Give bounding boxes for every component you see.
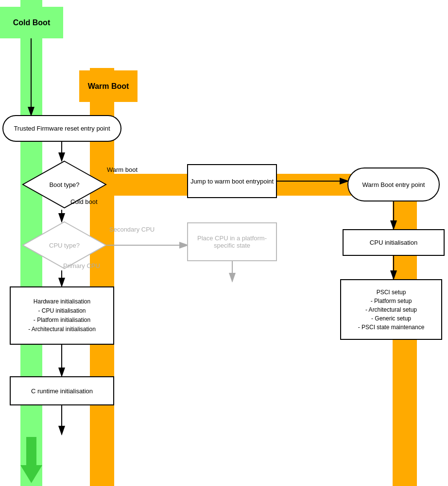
tf-entry-text: Trusted Firmware reset entry point xyxy=(14,125,110,132)
svg-marker-18 xyxy=(20,465,42,483)
warm-boot-text: Warm Boot xyxy=(88,82,129,91)
psci-line5: - PSCI state maintenance xyxy=(358,323,425,332)
cpu-init-box: CPU initialisation xyxy=(343,229,445,256)
psci-line2: - Platform setup xyxy=(358,297,425,305)
warm-boot-path-label: Warm boot xyxy=(107,166,138,173)
svg-marker-20 xyxy=(393,465,417,483)
svg-rect-19 xyxy=(399,437,410,466)
orange-down-arrow xyxy=(393,437,417,486)
cold-boot-label: Cold Boot xyxy=(0,7,63,38)
psci-line4: - Generic setup xyxy=(358,314,425,323)
secondary-cpu-label: Secondary CPU xyxy=(109,226,155,233)
psci-setup-box: PSCI setup - Platform setup - Architectu… xyxy=(340,279,442,340)
green-down-arrow xyxy=(20,437,42,486)
tf-entry-ellipse: Trusted Firmware reset entry point xyxy=(2,115,121,142)
c-runtime-box: C runtime initialisation xyxy=(10,376,114,405)
hw-line4: - Architectural initialisation xyxy=(28,325,96,334)
diagram: Cold Boot Warm Boot xyxy=(0,0,448,486)
warm-boot-label: Warm Boot xyxy=(79,70,138,102)
primary-cpu-label: Primary CPU xyxy=(63,262,100,269)
cold-boot-text: Cold Boot xyxy=(13,18,50,27)
hw-line3: - Platform initialisation xyxy=(28,316,96,325)
hw-line1: Hardware initialisation xyxy=(28,297,96,306)
hw-line2: - CPU initialisation xyxy=(28,306,96,316)
svg-rect-17 xyxy=(26,437,36,466)
hw-init-box: Hardware initialisation - CPU initialisa… xyxy=(10,286,114,345)
cold-boot-path-label: Cold boot xyxy=(70,198,98,205)
jump-warm-boot-box: Jump to warm boot entrypoint xyxy=(187,164,277,198)
psci-line3: - Architectural setup xyxy=(358,305,425,314)
warm-boot-entry-ellipse: Warm Boot entry point xyxy=(347,168,440,201)
psci-line1: PSCI setup xyxy=(358,288,425,297)
place-cpu-box: Place CPU in a platform-specific state xyxy=(187,222,277,261)
